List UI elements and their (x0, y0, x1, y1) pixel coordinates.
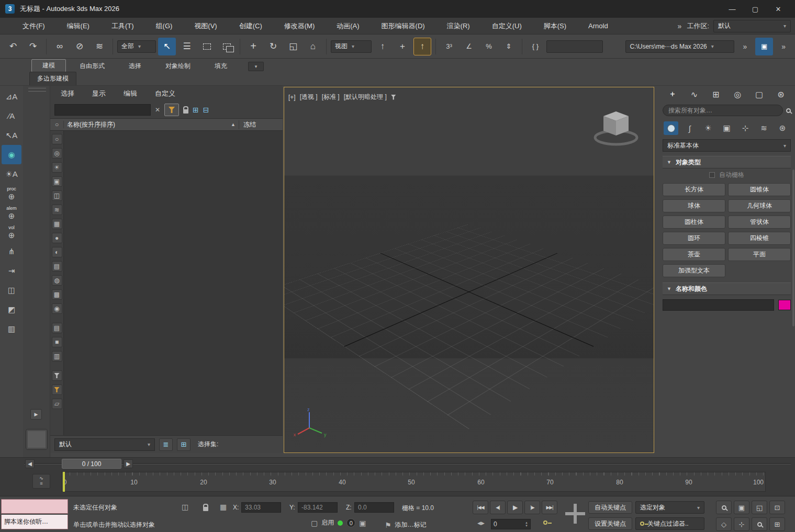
field-of-view-button[interactable]: ◇ (716, 517, 732, 531)
playback-screen-icon[interactable]: ▢ (311, 519, 318, 527)
menu-animation[interactable]: 动画(A) (326, 21, 370, 31)
tube-button[interactable]: 管状体 (728, 216, 791, 229)
menu-scripting[interactable]: 脚本(S) (533, 21, 577, 31)
type-column-icon[interactable]: ○ (50, 121, 64, 128)
left-tool-duplicate-view-icon[interactable]: ◫ (2, 280, 21, 300)
freeze-column-header[interactable]: 冻结 (239, 120, 283, 129)
rollout-object-type[interactable]: ▼ 对象类型 (663, 156, 791, 168)
reference-coordinate-dropdown[interactable]: 视图 ▾ (331, 40, 372, 53)
viewport-layout-button[interactable] (26, 429, 48, 450)
filter-geometry-icon[interactable]: ▦ (52, 219, 62, 229)
left-tool-volume-icon[interactable]: vol⊕ (2, 222, 21, 242)
menu-customize[interactable]: 自定义(U) (481, 21, 533, 31)
viewport-menu-pov[interactable]: [透视 ] (300, 93, 318, 101)
torus-button[interactable]: 圆环 (663, 232, 725, 245)
tab-create-icon[interactable]: + (665, 87, 680, 101)
left-tool-alembic-icon[interactable]: alem⊕ (2, 203, 21, 222)
current-frame-spinner[interactable]: 0 ▲▼ (491, 519, 531, 529)
toolbar-overflow-icon[interactable]: » (743, 42, 747, 51)
menu-rendering[interactable]: 渲染(R) (436, 21, 481, 31)
sort-ascending-icon[interactable]: ▲ (231, 122, 236, 127)
left-tool-lamp-icon[interactable]: ☀A (2, 164, 21, 184)
column-view-icon[interactable]: ▥ (52, 351, 62, 361)
filter-shapes-icon[interactable]: ● (52, 233, 62, 243)
left-tool-select-a-icon[interactable]: ↖A (2, 126, 21, 145)
object-color-swatch[interactable] (778, 300, 791, 310)
sphere-button[interactable]: 球体 (663, 199, 725, 212)
folder-icon[interactable]: ▱ (52, 399, 62, 409)
category-shapes-icon[interactable]: ∫ (682, 121, 697, 135)
maxscript-mini-listener[interactable] (1, 499, 68, 514)
category-cameras-icon[interactable]: ▣ (720, 121, 734, 135)
ribbon-tab-populate[interactable]: 填充 (204, 60, 238, 72)
current-frame-marker[interactable] (63, 472, 65, 492)
select-and-place-button[interactable]: ⌂ (304, 38, 322, 55)
auto-key-button[interactable]: 自动关键点 (588, 501, 632, 514)
subcategory-dropdown[interactable]: 标准基本体 ▾ (663, 139, 791, 152)
ribbon-subtab-polygon-modeling[interactable]: 多边形建模 (29, 72, 76, 85)
filter-hidden-icon[interactable]: ◉ (52, 303, 62, 314)
left-tool-teapot-icon[interactable]: ◉ (2, 145, 21, 164)
time-slider-track[interactable] (24, 463, 791, 465)
close-button[interactable]: ✕ (767, 1, 790, 17)
x-coordinate-field[interactable]: 33.03 (241, 502, 281, 513)
keyboard-shortcut-override-toggle[interactable]: { } (527, 38, 544, 55)
explorer-menu-edit[interactable]: 编辑 (124, 89, 137, 98)
angle-snap-toggle[interactable]: ∠ (460, 38, 478, 55)
zoom-extents-all-button[interactable]: ⊡ (769, 501, 785, 514)
pyramid-button[interactable]: 四棱锥 (728, 232, 791, 245)
filter-all-icon[interactable]: ○ (52, 134, 62, 144)
geosphere-button[interactable]: 几何球体 (728, 199, 791, 212)
rollout-name-and-color[interactable]: ▼ 名称和颜色 (663, 282, 791, 295)
filter-cameras-icon[interactable]: ▣ (52, 176, 62, 187)
search-all-objects-input[interactable] (663, 105, 783, 116)
ribbon-tab-object-paint[interactable]: 对象绘制 (155, 60, 201, 72)
box-button[interactable]: 长方体 (663, 183, 725, 196)
expand-panel-button[interactable]: ▶ (30, 409, 42, 420)
explorer-menu-display[interactable]: 显示 (92, 89, 106, 98)
orbit-button[interactable] (752, 517, 767, 531)
key-filters-button[interactable]: 关键点过滤器.. (635, 517, 704, 530)
time-slider-handle[interactable]: 0 / 100 (62, 459, 121, 469)
next-frame-button[interactable]: ▶ (124, 459, 133, 468)
named-selection-sets-dropdown[interactable] (546, 40, 603, 53)
menu-graph-editors[interactable]: 图形编辑器(D) (371, 21, 436, 31)
explorer-preset-dropdown[interactable]: 默认 ▾ (54, 438, 155, 451)
save-file-button[interactable]: ▣ (755, 38, 773, 55)
category-systems-icon[interactable]: ⊛ (775, 121, 790, 135)
panel-drag-grip[interactable] (28, 88, 46, 92)
menu-create[interactable]: 创建(C) (228, 21, 273, 31)
bind-to-space-warp-button[interactable]: ≋ (91, 38, 108, 55)
select-and-scale-button[interactable]: ◱ (284, 38, 302, 55)
zoom-extents-button[interactable]: ◱ (752, 501, 767, 514)
minimize-button[interactable]: — (721, 1, 744, 17)
ribbon-tab-modeling[interactable]: 建模 (31, 59, 66, 72)
name-column-header[interactable]: 名称(按升序排序) (67, 120, 115, 129)
select-and-manipulate-button[interactable]: + (394, 38, 411, 55)
selection-lock-icon[interactable] (203, 507, 208, 511)
go-to-start-button[interactable]: |◀◀ (473, 501, 488, 514)
select-by-name-button[interactable]: ☰ (178, 38, 196, 55)
menu-modifiers[interactable]: 修改器(M) (273, 21, 326, 31)
use-pivot-flyout-button[interactable]: ↑ (413, 38, 431, 55)
cache-db-icon[interactable]: ▣ (359, 519, 366, 527)
layers-button[interactable]: ≣ (159, 438, 173, 451)
left-tool-exit-icon[interactable]: ⇥ (2, 261, 21, 280)
menu-group[interactable]: 组(G) (145, 21, 184, 31)
filter-containers-icon[interactable]: ◍ (52, 275, 62, 286)
left-tool-annotate-icon[interactable]: ∕A (2, 106, 21, 126)
selection-filter-dropdown[interactable]: 选定对象 ▾ (635, 501, 704, 514)
filter-lights-icon[interactable]: ☀ (52, 162, 62, 173)
command-panel-scrollbar[interactable] (792, 169, 794, 326)
key-mode-toggle-icon[interactable] (543, 520, 547, 525)
use-pivot-center-button[interactable]: ↑ (374, 38, 391, 55)
mini-curve-editor-button[interactable]: ∿ ≡ (32, 474, 50, 489)
window-crossing-toggle[interactable] (218, 38, 236, 55)
tab-utilities-icon[interactable]: ⊛ (773, 87, 789, 101)
enable-label[interactable]: 启用 (321, 518, 334, 527)
filter-materials-icon[interactable]: ◐ (52, 247, 62, 257)
snaps-toggle-3d[interactable]: 3³ (440, 38, 458, 55)
lock-icon[interactable] (183, 109, 188, 114)
toolbar-overflow-icon-2[interactable]: » (781, 42, 786, 51)
flat-list-mode-icon[interactable]: ⊟ (203, 106, 209, 114)
